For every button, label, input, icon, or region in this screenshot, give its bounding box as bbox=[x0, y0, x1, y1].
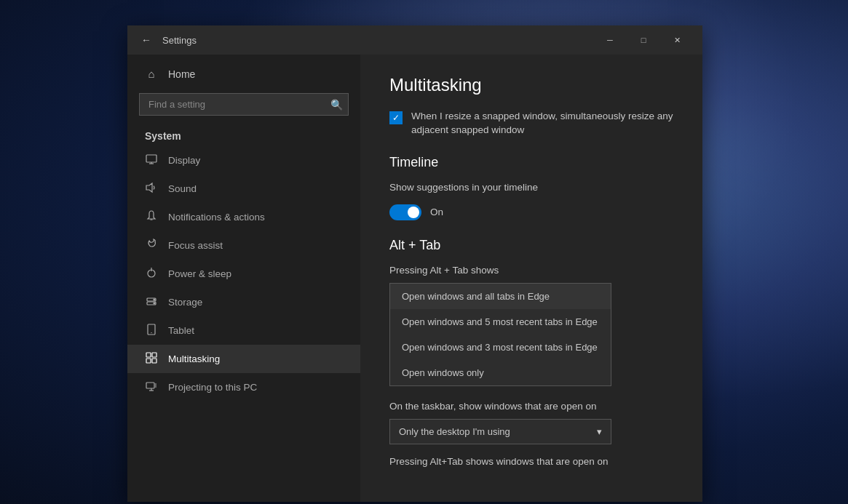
dropdown-option-windows-only[interactable]: Open windows only bbox=[390, 360, 611, 385]
search-container: 🔍 bbox=[139, 93, 349, 116]
sidebar-item-projecting[interactable]: Projecting to this PC bbox=[127, 373, 360, 401]
alt-tab-section-title: Alt + Tab bbox=[389, 238, 673, 253]
taskbar-chevron-icon: ▾ bbox=[597, 426, 602, 437]
multitasking-icon bbox=[145, 352, 158, 366]
sidebar-item-label: Storage bbox=[168, 297, 202, 308]
snap-checkbox-label: When I resize a snapped window, simultan… bbox=[411, 110, 673, 137]
alt-tab-section: Pressing Alt + Tab shows Open windows an… bbox=[389, 265, 673, 386]
sidebar: ⌂ Home 🔍 System Display Sound bbox=[127, 55, 360, 502]
bottom-description: Pressing Alt+Tab shows windows that are … bbox=[389, 456, 673, 467]
main-content: Multitasking ✓ When I resize a snapped w… bbox=[360, 55, 702, 502]
storage-icon bbox=[145, 295, 158, 309]
settings-window: ← Settings ─ □ ✕ ⌂ Home 🔍 bbox=[127, 25, 702, 502]
sidebar-item-label: Tablet bbox=[168, 325, 194, 336]
sidebar-home-label: Home bbox=[168, 68, 195, 80]
focus-icon bbox=[145, 239, 158, 252]
sidebar-section-header: System bbox=[127, 121, 360, 146]
taskbar-label: On the taskbar, show windows that are op… bbox=[389, 401, 673, 412]
sidebar-item-home[interactable]: ⌂ Home bbox=[127, 60, 360, 87]
sidebar-item-tablet[interactable]: Tablet bbox=[127, 316, 360, 345]
sidebar-item-label: Sound bbox=[168, 183, 197, 194]
page-title: Multitasking bbox=[389, 75, 673, 95]
svg-rect-14 bbox=[152, 353, 156, 357]
sidebar-item-label: Notifications & actions bbox=[168, 212, 265, 223]
sidebar-item-notifications[interactable]: Notifications & actions bbox=[127, 203, 360, 231]
sidebar-item-focus[interactable]: Focus assist bbox=[127, 231, 360, 260]
sidebar-item-storage[interactable]: Storage bbox=[127, 288, 360, 316]
taskbar-select[interactable]: Only the desktop I'm using ▾ bbox=[389, 419, 611, 444]
window-title: Settings bbox=[162, 35, 593, 46]
timeline-toggle-control: On bbox=[389, 204, 673, 220]
alt-tab-dropdown-container: Open windows and all tabs in Edge Open w… bbox=[389, 283, 673, 386]
dropdown-option-all-tabs[interactable]: Open windows and all tabs in Edge bbox=[390, 284, 611, 309]
sidebar-item-display[interactable]: Display bbox=[127, 146, 360, 175]
search-input[interactable] bbox=[139, 93, 349, 116]
sidebar-item-label: Display bbox=[168, 155, 200, 166]
sidebar-item-label: Projecting to this PC bbox=[168, 382, 257, 393]
titlebar: ← Settings ─ □ ✕ bbox=[127, 25, 702, 55]
projecting-icon bbox=[145, 380, 158, 394]
snap-checkbox[interactable]: ✓ bbox=[389, 111, 403, 124]
sidebar-item-sound[interactable]: Sound bbox=[127, 175, 360, 203]
sidebar-item-label: Multitasking bbox=[168, 353, 220, 364]
window-controls: ─ □ ✕ bbox=[593, 25, 694, 55]
sidebar-item-multitasking[interactable]: Multitasking bbox=[127, 345, 360, 373]
timeline-toggle-row: Show suggestions in your timeline bbox=[389, 182, 673, 193]
timeline-toggle-state: On bbox=[430, 207, 443, 217]
window-content: ⌂ Home 🔍 System Display Sound bbox=[127, 55, 702, 502]
timeline-toggle[interactable] bbox=[389, 204, 421, 220]
pressing-label: Pressing Alt + Tab shows bbox=[389, 265, 673, 276]
svg-rect-0 bbox=[146, 155, 156, 162]
alt-tab-dropdown-menu: Open windows and all tabs in Edge Open w… bbox=[389, 283, 611, 386]
sidebar-item-label: Power & sleep bbox=[168, 268, 231, 279]
toggle-thumb bbox=[408, 207, 419, 218]
close-button[interactable]: ✕ bbox=[660, 25, 694, 55]
display-icon bbox=[145, 153, 158, 167]
search-icon: 🔍 bbox=[330, 99, 343, 111]
svg-rect-17 bbox=[146, 383, 154, 388]
timeline-toggle-description: Show suggestions in your timeline bbox=[389, 182, 538, 193]
svg-point-9 bbox=[154, 299, 155, 300]
notification-icon bbox=[145, 210, 158, 224]
tablet-icon bbox=[145, 324, 158, 337]
svg-rect-13 bbox=[146, 353, 151, 357]
svg-marker-3 bbox=[146, 183, 152, 192]
minimize-button[interactable]: ─ bbox=[593, 25, 627, 55]
snap-checkbox-row: ✓ When I resize a snapped window, simult… bbox=[389, 110, 673, 137]
maximize-button[interactable]: □ bbox=[627, 25, 660, 55]
power-icon bbox=[145, 267, 158, 281]
sound-icon bbox=[145, 182, 158, 196]
dropdown-option-three-tabs[interactable]: Open windows and 3 most recent tabs in E… bbox=[390, 335, 611, 360]
timeline-section-title: Timeline bbox=[389, 155, 673, 170]
home-icon: ⌂ bbox=[145, 68, 158, 80]
dropdown-option-five-tabs[interactable]: Open windows and 5 most recent tabs in E… bbox=[390, 309, 611, 335]
svg-point-10 bbox=[154, 303, 155, 304]
sidebar-item-label: Focus assist bbox=[168, 240, 223, 251]
svg-rect-16 bbox=[152, 359, 156, 363]
taskbar-select-value: Only the desktop I'm using bbox=[399, 426, 510, 437]
back-button[interactable]: ← bbox=[136, 30, 156, 50]
sidebar-item-power[interactable]: Power & sleep bbox=[127, 260, 360, 288]
svg-rect-15 bbox=[146, 359, 151, 363]
